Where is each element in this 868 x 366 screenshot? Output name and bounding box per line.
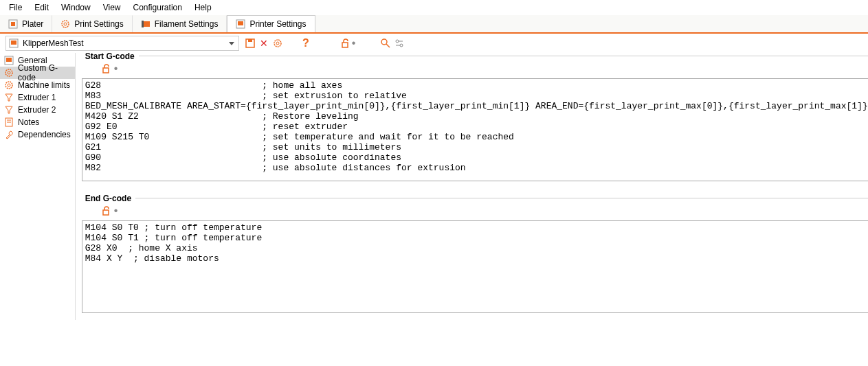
cog-icon (4, 80, 14, 90)
note-icon (4, 117, 14, 127)
svg-point-15 (381, 39, 387, 45)
help-icon[interactable]: ? (302, 37, 309, 49)
svg-rect-9 (11, 41, 16, 45)
sidebar-item-label: Notes (18, 117, 39, 127)
svg-point-26 (8, 84, 10, 87)
svg-point-17 (396, 40, 399, 43)
printer-icon (236, 19, 245, 29)
funnel-icon (4, 105, 14, 115)
wrench-icon (4, 130, 14, 139)
save-icon[interactable] (245, 38, 256, 49)
bullet-icon: • (114, 205, 118, 216)
cog-icon (4, 68, 14, 78)
preset-dropdown[interactable]: KlipperMeshTest (5, 36, 239, 51)
tab-print-label: Print Settings (74, 19, 123, 29)
lock-icon[interactable] (341, 38, 349, 48)
start-gcode-section: Start G-code • G28 ; home all axes M83 ;… (81, 56, 868, 188)
sidebar-item-dependencies[interactable]: Dependencies (0, 128, 75, 141)
svg-rect-5 (144, 21, 150, 27)
svg-point-18 (400, 44, 403, 47)
svg-rect-11 (248, 39, 252, 42)
menu-view[interactable]: View (98, 1, 126, 14)
svg-point-12 (274, 40, 281, 47)
sidebar-item-label: Custom G-code (18, 63, 71, 82)
toolbar: KlipperMeshTest ✕ ? • (0, 34, 868, 53)
svg-rect-30 (103, 68, 109, 73)
sidebar-item-notes[interactable]: Notes (0, 116, 75, 128)
svg-rect-31 (103, 210, 109, 215)
preset-name: KlipperMeshTest (23, 38, 84, 48)
menu-edit[interactable]: Edit (29, 1, 54, 14)
svg-point-13 (276, 42, 279, 45)
svg-rect-14 (342, 43, 348, 47)
gear-icon[interactable] (272, 38, 283, 49)
spool-icon (141, 19, 151, 29)
section-title: Start G-code (81, 52, 139, 61)
menu-window[interactable]: Window (56, 1, 96, 14)
svg-point-3 (64, 23, 67, 25)
svg-point-24 (8, 71, 10, 74)
content-area: General Custom G-code Machine limits Ext… (0, 53, 868, 320)
end-gcode-section: End G-code • M104 S0 T0 ; turn off tempe… (81, 198, 868, 320)
tab-filament-label: Filament Settings (155, 19, 219, 29)
start-gcode-textarea[interactable]: G28 ; home all axes M83 ; set extrusion … (82, 78, 868, 181)
main-panel: Start G-code • G28 ; home all axes M83 ;… (76, 53, 868, 320)
svg-rect-1 (11, 22, 15, 26)
tab-plater[interactable]: Plater (0, 15, 52, 32)
preset-icon (9, 38, 19, 48)
sidebar-item-label: Machine limits (18, 80, 70, 90)
sidebar-item-label: Extruder 1 (18, 93, 56, 102)
printer-icon (4, 56, 14, 65)
section-title: End G-code (81, 194, 135, 203)
bullet-icon: • (114, 63, 118, 74)
end-gcode-textarea[interactable]: M104 S0 T0 ; turn off temperature M104 S… (82, 220, 868, 313)
lock-icon[interactable] (102, 206, 110, 216)
sidebar-item-extruder-1[interactable]: Extruder 1 (0, 91, 75, 104)
sidebar-item-label: Extruder 2 (18, 105, 56, 115)
funnel-icon (4, 93, 14, 102)
delete-icon[interactable]: ✕ (258, 38, 269, 49)
lock-icon[interactable] (102, 64, 110, 73)
tab-plater-label: Plater (22, 19, 43, 29)
tab-print-settings[interactable]: Print Settings (52, 15, 132, 32)
sliders-icon[interactable] (394, 38, 405, 49)
svg-rect-4 (142, 21, 144, 27)
svg-line-16 (386, 44, 390, 47)
svg-rect-22 (6, 58, 12, 62)
search-icon[interactable] (380, 38, 391, 49)
tab-printer-label: Printer Settings (249, 19, 306, 29)
sidebar-item-machine-limits[interactable]: Machine limits (0, 79, 75, 91)
sidebar-item-label: Dependencies (18, 130, 71, 139)
tab-bar: Plater Print Settings Filament Settings … (0, 15, 868, 34)
tab-filament-settings[interactable]: Filament Settings (133, 15, 227, 32)
svg-rect-7 (238, 21, 243, 25)
sidebar-item-extruder-2[interactable]: Extruder 2 (0, 104, 75, 116)
menu-configuration[interactable]: Configuration (128, 1, 188, 14)
plater-icon (8, 19, 18, 29)
sidebar-item-custom-gcode[interactable]: Custom G-code (0, 67, 75, 79)
tab-printer-settings[interactable]: Printer Settings (227, 15, 315, 32)
svg-point-23 (5, 69, 12, 76)
menu-file[interactable]: File (3, 1, 27, 14)
bullet-icon: • (352, 38, 356, 49)
svg-point-2 (62, 21, 69, 27)
settings-sidebar: General Custom G-code Machine limits Ext… (0, 53, 76, 320)
cog-icon (60, 19, 70, 29)
svg-point-25 (5, 82, 12, 89)
menubar: File Edit Window View Configuration Help (0, 0, 868, 15)
menu-help[interactable]: Help (189, 1, 217, 14)
